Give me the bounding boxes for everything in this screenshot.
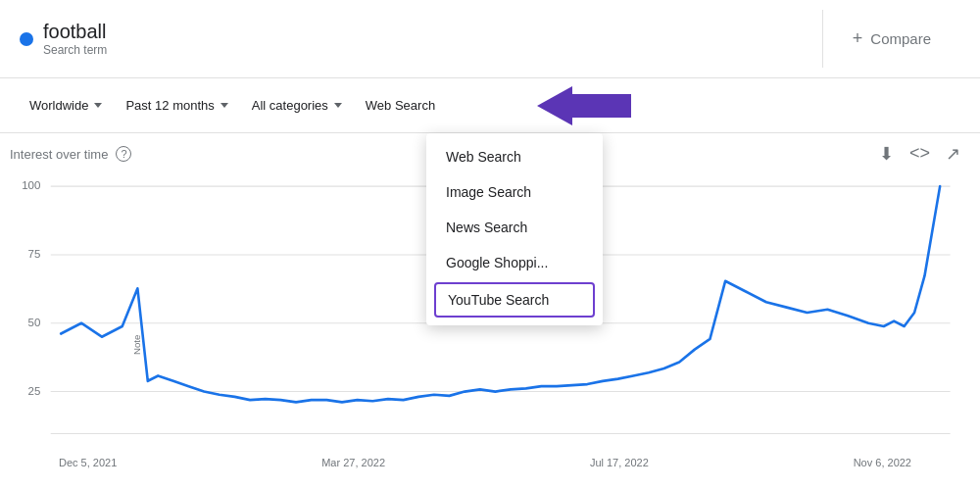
x-label-2: Mar 27, 2022	[321, 457, 385, 468]
search-type-filter[interactable]: Web Search	[356, 92, 445, 119]
worldwide-filter[interactable]: Worldwide	[20, 92, 112, 119]
arrow-head-icon	[537, 86, 572, 125]
search-type-label: Web Search	[366, 98, 435, 113]
info-icon[interactable]: ?	[116, 146, 131, 162]
arrow-body-icon	[572, 94, 631, 118]
x-label-3: Jul 17, 2022	[590, 457, 649, 468]
arrow-annotation	[537, 86, 631, 125]
search-type-dropdown: Web Search Image Search News Search Goog…	[426, 133, 603, 325]
period-label: Past 12 months	[125, 98, 214, 113]
share-button[interactable]: ↗	[946, 143, 960, 165]
search-term-text: football Search term	[43, 21, 107, 57]
svg-text:Note: Note	[132, 335, 143, 355]
dropdown-item-image-search[interactable]: Image Search	[426, 174, 603, 210]
period-chevron-icon	[220, 103, 228, 108]
header: football Search term + Compare	[0, 0, 980, 78]
blue-dot	[20, 32, 33, 46]
search-term: football	[43, 21, 107, 43]
dropdown-item-web-search[interactable]: Web Search	[426, 139, 603, 174]
search-term-block: football Search term	[20, 21, 107, 57]
x-label-1: Dec 5, 2021	[59, 457, 117, 468]
svg-text:50: 50	[28, 316, 41, 328]
categories-chevron-icon	[334, 103, 342, 108]
search-term-label: Search term	[43, 43, 107, 57]
compare-label: Compare	[870, 30, 931, 47]
period-filter[interactable]: Past 12 months	[116, 92, 237, 119]
worldwide-chevron-icon	[94, 103, 102, 108]
worldwide-label: Worldwide	[29, 98, 88, 113]
x-label-4: Nov 6, 2022	[854, 457, 911, 468]
categories-label: All categories	[252, 98, 328, 113]
dropdown-item-news-search[interactable]: News Search	[426, 210, 603, 245]
categories-filter[interactable]: All categories	[242, 92, 352, 119]
chart-actions: ⬇ <> ↗	[879, 143, 960, 165]
x-axis-labels: Dec 5, 2021 Mar 27, 2022 Jul 17, 2022 No…	[10, 457, 960, 468]
chart-title-group: Interest over time ?	[10, 146, 131, 162]
chart-title: Interest over time	[10, 147, 108, 162]
svg-text:75: 75	[28, 247, 41, 260]
plus-icon: +	[853, 28, 863, 49]
download-button[interactable]: ⬇	[879, 143, 894, 165]
dropdown-item-youtube-search[interactable]: YouTube Search	[434, 282, 595, 318]
svg-text:25: 25	[28, 384, 41, 397]
filter-bar: Worldwide Past 12 months All categories …	[0, 78, 980, 133]
dropdown-item-google-shopping[interactable]: Google Shoppi...	[426, 245, 603, 280]
embed-button[interactable]: <>	[909, 143, 930, 165]
svg-text:100: 100	[22, 178, 41, 191]
compare-button[interactable]: + Compare	[823, 28, 960, 49]
